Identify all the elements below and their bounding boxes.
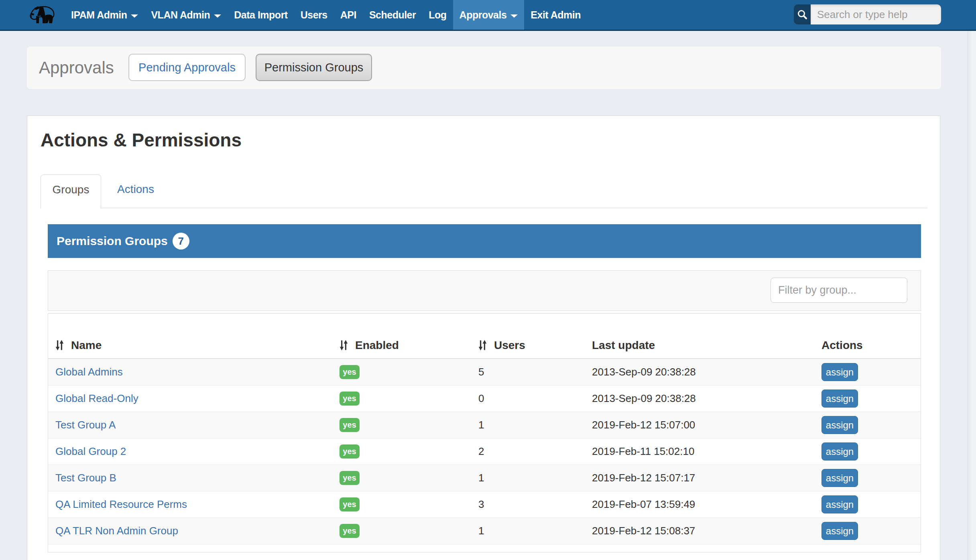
table-row: Global Group 2 yes 2 2019-Feb-11 15:02:1… <box>48 438 921 465</box>
group-name-link[interactable]: Global Group 2 <box>55 445 126 457</box>
page-context-title: Approvals <box>39 47 114 89</box>
tab-bar: Groups Actions <box>41 174 927 208</box>
users-count: 1 <box>471 412 585 438</box>
groups-count-badge: 7 <box>173 233 189 250</box>
pending-approvals-button[interactable]: Pending Approvals <box>128 54 246 81</box>
last-update: 2013-Sep-09 20:38:28 <box>585 385 814 412</box>
column-header-actions: Actions <box>814 314 921 359</box>
group-name-link[interactable]: QA Limited Resource Perms <box>55 498 187 510</box>
tab-groups[interactable]: Groups <box>41 174 101 209</box>
users-count: 0 <box>471 385 585 412</box>
enabled-badge: yes <box>340 497 360 511</box>
search-icon-box[interactable] <box>794 4 811 24</box>
column-label: Last update <box>592 339 655 351</box>
nav-item-label: API <box>340 9 356 21</box>
nav-item-ipam-admin[interactable]: IPAM Admin <box>65 0 144 30</box>
assign-button[interactable]: assign <box>821 442 858 461</box>
nav-item-label: Exit Admin <box>531 9 581 21</box>
enabled-badge: yes <box>340 524 360 538</box>
assign-button[interactable]: assign <box>821 390 858 408</box>
assign-button[interactable]: assign <box>821 495 858 513</box>
nav-item-label: Approvals <box>460 9 507 21</box>
users-count: 1 <box>471 517 585 544</box>
group-name-link[interactable]: Global Read-Only <box>55 392 138 404</box>
sort-icon <box>55 340 64 351</box>
table-header-row: Name Enabled Users Last update Actions <box>48 314 921 359</box>
assign-button[interactable]: assign <box>821 363 858 381</box>
permission-groups-title: Permission Groups <box>57 234 168 248</box>
assign-button[interactable]: assign <box>821 469 858 487</box>
table-row: QA TLR Non Admin Group yes 1 2019-Feb-12… <box>48 517 921 544</box>
scrollbar-gutter <box>967 31 976 560</box>
column-label: Enabled <box>355 339 399 351</box>
nav-item-log[interactable]: Log <box>422 0 453 30</box>
column-label: Name <box>71 339 102 351</box>
column-label: Users <box>494 339 525 351</box>
navbar: IPAM Admin VLAN Admin Data Import Users … <box>0 0 976 31</box>
users-count: 3 <box>471 491 585 517</box>
table-filter-bar <box>48 270 921 311</box>
sort-icon <box>340 340 348 351</box>
group-name-link[interactable]: QA TLR Non Admin Group <box>55 525 178 537</box>
last-update: 2019-Feb-07 13:59:49 <box>585 491 814 517</box>
permission-groups-button[interactable]: Permission Groups <box>256 54 372 81</box>
table-row: Global Admins yes 5 2013-Sep-09 20:38:28… <box>48 359 921 385</box>
permission-groups-table-container: Name Enabled Users Last update Actions G… <box>48 313 921 552</box>
group-name-link[interactable]: Test Group A <box>55 419 116 431</box>
enabled-badge: yes <box>340 444 360 459</box>
table-row: Test Group B yes 1 2019-Feb-12 15:07:17 … <box>48 465 921 491</box>
tab-actions[interactable]: Actions <box>101 174 170 208</box>
enabled-badge: yes <box>340 418 360 432</box>
nav-item-approvals[interactable]: Approvals <box>453 0 525 30</box>
users-count: 1 <box>471 465 585 491</box>
nav-item-data-import[interactable]: Data Import <box>228 0 294 30</box>
column-header-users[interactable]: Users <box>471 314 585 359</box>
last-update: 2019-Feb-12 15:07:17 <box>585 465 814 491</box>
groups-tab-content: Permission Groups 7 Name Enabled Users L… <box>48 224 921 552</box>
group-name-link[interactable]: Test Group B <box>55 472 116 484</box>
tapir-logo <box>29 5 55 24</box>
assign-button[interactable]: assign <box>821 522 858 540</box>
nav-item-users[interactable]: Users <box>294 0 334 30</box>
nav-item-label: VLAN Admin <box>151 9 210 21</box>
actions-permissions-panel: Actions & Permissions Groups Actions Per… <box>27 116 940 560</box>
nav-item-scheduler[interactable]: Scheduler <box>363 0 422 30</box>
column-header-last-update: Last update <box>585 314 814 359</box>
approvals-header-bar: Approvals Pending Approvals Permission G… <box>27 47 941 89</box>
search-input[interactable] <box>811 4 941 24</box>
permission-groups-table: Name Enabled Users Last update Actions G… <box>48 314 921 544</box>
filter-by-group-input[interactable] <box>771 278 907 303</box>
last-update: 2019-Feb-12 15:07:00 <box>585 412 814 438</box>
column-label: Actions <box>821 339 863 351</box>
sort-icon <box>478 340 487 351</box>
enabled-badge: yes <box>340 471 360 485</box>
nav-item-label: Users <box>301 9 327 21</box>
last-update: 2019-Feb-12 15:08:37 <box>585 517 814 544</box>
caret-down-icon <box>510 14 518 18</box>
nav-item-label: Data Import <box>234 9 287 21</box>
caret-down-icon <box>214 14 221 18</box>
nav-item-label: IPAM Admin <box>71 9 127 21</box>
users-count: 2 <box>471 438 585 465</box>
group-name-link[interactable]: Global Admins <box>55 366 123 378</box>
enabled-badge: yes <box>340 392 360 406</box>
nav-menu: IPAM Admin VLAN Admin Data Import Users … <box>65 0 587 30</box>
search-icon <box>797 9 807 20</box>
caret-down-icon <box>131 14 138 18</box>
nav-item-exit-admin[interactable]: Exit Admin <box>524 0 587 30</box>
permission-groups-heading: Permission Groups 7 <box>48 224 921 258</box>
nav-item-api[interactable]: API <box>334 0 363 30</box>
nav-item-label: Log <box>429 9 446 21</box>
last-update: 2013-Sep-09 20:38:28 <box>585 359 814 385</box>
page-title: Actions & Permissions <box>41 129 242 151</box>
assign-button[interactable]: assign <box>821 416 858 434</box>
table-row: QA Limited Resource Perms yes 3 2019-Feb… <box>48 491 921 517</box>
nav-item-label: Scheduler <box>369 9 416 21</box>
enabled-badge: yes <box>340 365 360 379</box>
table-row: Global Read-Only yes 0 2013-Sep-09 20:38… <box>48 385 921 412</box>
last-update: 2019-Feb-11 15:02:10 <box>585 438 814 465</box>
column-header-name[interactable]: Name <box>48 314 332 359</box>
column-header-enabled[interactable]: Enabled <box>332 314 471 359</box>
nav-item-vlan-admin[interactable]: VLAN Admin <box>144 0 228 30</box>
table-row: Test Group A yes 1 2019-Feb-12 15:07:00 … <box>48 412 921 438</box>
